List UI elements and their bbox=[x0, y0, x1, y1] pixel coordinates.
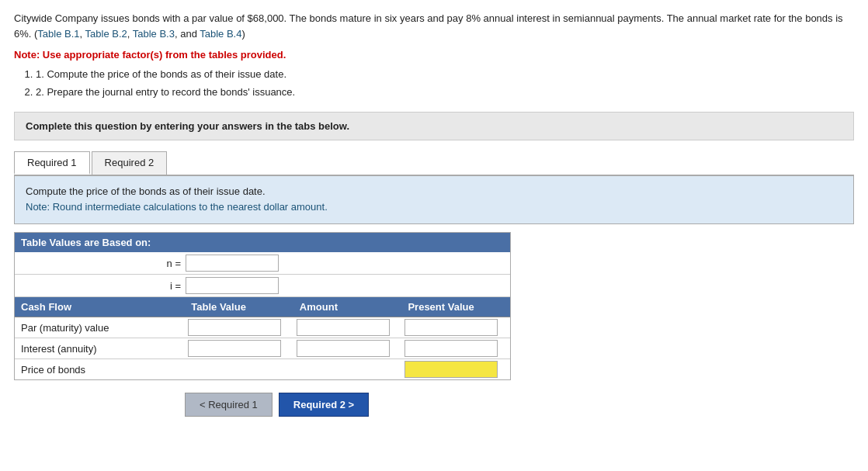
cell-table-value bbox=[185, 338, 293, 358]
cell-table-value bbox=[185, 317, 293, 338]
cell-cash-flow: Price of bonds bbox=[15, 361, 185, 379]
tab-note: Note: Round intermediate calculations to… bbox=[26, 199, 842, 216]
interest-table-value-input[interactable] bbox=[188, 340, 281, 357]
task-2: 2. Prepare the journal entry to record t… bbox=[36, 85, 854, 101]
table-row: Interest (annuity) bbox=[15, 338, 510, 359]
required1-button[interactable]: < Required 1 bbox=[185, 393, 273, 417]
red-note: Note: Use appropriate factor(s) from the… bbox=[14, 49, 854, 61]
col-headers: Cash Flow Table Value Amount Present Val… bbox=[15, 297, 510, 317]
cell-present-value bbox=[401, 317, 510, 338]
bottom-buttons: < Required 1 Required 2 > bbox=[185, 393, 854, 417]
table-b4-link[interactable]: Table B.4 bbox=[200, 28, 241, 40]
table-section: Table Values are Based on: n = i = Cash … bbox=[14, 232, 511, 380]
cell-amount-empty bbox=[293, 368, 402, 371]
i-row: i = bbox=[15, 275, 510, 297]
table-row: Par (maturity) value bbox=[15, 317, 510, 338]
interest-amount-input[interactable] bbox=[297, 340, 390, 357]
price-of-bonds-input[interactable] bbox=[404, 361, 498, 378]
tab-required1[interactable]: Required 1 bbox=[14, 151, 90, 175]
tab-content-panel: Compute the price of the bonds as of the… bbox=[14, 176, 854, 225]
table-header: Table Values are Based on: bbox=[15, 233, 510, 252]
cell-present-value bbox=[401, 359, 510, 379]
n-input[interactable] bbox=[186, 255, 279, 272]
cell-cash-flow: Interest (annuity) bbox=[15, 340, 185, 358]
i-label: i = bbox=[15, 280, 186, 292]
tab-required2[interactable]: Required 2 bbox=[92, 151, 168, 175]
n-label: n = bbox=[15, 258, 186, 269]
table-b3-link[interactable]: Table B.3 bbox=[133, 28, 175, 40]
task-1: 1. Compute the price of the bonds as of … bbox=[36, 67, 854, 83]
numbered-list: 1. Compute the price of the bonds as of … bbox=[36, 67, 854, 101]
par-present-value-input[interactable] bbox=[404, 319, 498, 336]
table-row: Price of bonds bbox=[15, 359, 510, 379]
n-row: n = bbox=[15, 252, 510, 275]
col-header-cash-flow: Cash Flow bbox=[15, 297, 185, 317]
table-b2-link[interactable]: Table B.2 bbox=[85, 28, 127, 40]
par-table-value-input[interactable] bbox=[188, 319, 281, 336]
cell-amount bbox=[293, 338, 402, 358]
cell-table-value-empty bbox=[185, 368, 293, 371]
tab-main-text: Compute the price of the bonds as of the… bbox=[26, 184, 842, 200]
i-input[interactable] bbox=[186, 277, 279, 294]
cell-amount bbox=[293, 317, 402, 338]
col-header-amount: Amount bbox=[293, 297, 402, 317]
par-amount-input[interactable] bbox=[297, 319, 390, 336]
required2-button[interactable]: Required 2 > bbox=[279, 393, 369, 417]
intro-paragraph: Citywide Company issues bonds with a par… bbox=[14, 11, 854, 41]
tabs-container: Required 1 Required 2 bbox=[14, 151, 854, 176]
cell-present-value bbox=[401, 338, 510, 358]
ni-rows: n = i = bbox=[15, 252, 510, 297]
col-header-table-value: Table Value bbox=[185, 297, 293, 317]
cell-cash-flow: Par (maturity) value bbox=[15, 319, 185, 337]
interest-present-value-input[interactable] bbox=[404, 340, 498, 357]
instruction-box: Complete this question by entering your … bbox=[14, 112, 854, 140]
table-b1-link[interactable]: Table B.1 bbox=[37, 28, 79, 40]
col-header-present-value: Present Value bbox=[401, 297, 510, 317]
